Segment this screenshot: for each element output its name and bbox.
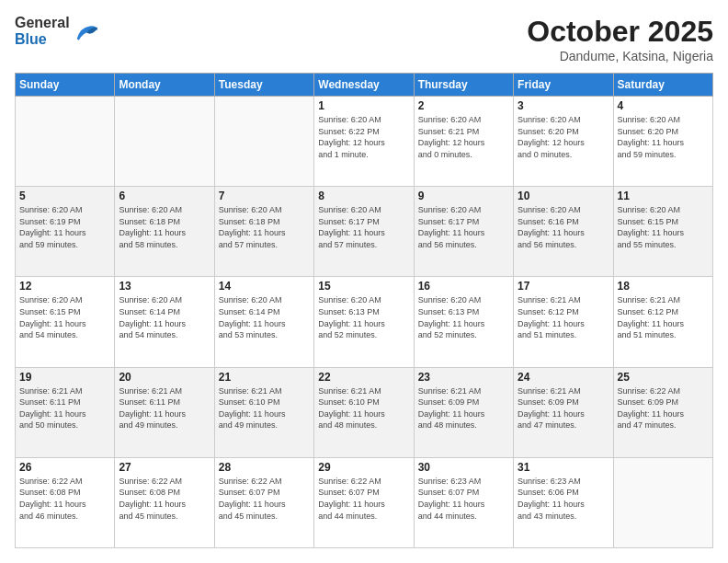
table-row: 11Sunrise: 6:20 AMSunset: 6:15 PMDayligh… (613, 187, 712, 277)
title-section: October 2025 Dandume, Katsina, Nigeria (527, 15, 713, 63)
day-number: 21 (219, 371, 310, 384)
day-info: Sunrise: 6:22 AMSunset: 6:08 PMDaylight:… (119, 476, 210, 522)
day-number: 13 (119, 280, 210, 293)
header-monday: Monday (115, 74, 214, 97)
day-info: Sunrise: 6:20 AMSunset: 6:14 PMDaylight:… (219, 294, 310, 340)
table-row: 5Sunrise: 6:20 AMSunset: 6:19 PMDaylight… (16, 187, 115, 277)
header-wednesday: Wednesday (314, 74, 414, 97)
calendar-week-row: 19Sunrise: 6:21 AMSunset: 6:11 PMDayligh… (16, 367, 713, 457)
table-row: 10Sunrise: 6:20 AMSunset: 6:16 PMDayligh… (514, 187, 613, 277)
day-number: 4 (618, 99, 709, 112)
table-row: 30Sunrise: 6:23 AMSunset: 6:07 PMDayligh… (414, 457, 513, 547)
day-number: 2 (418, 99, 509, 112)
day-info: Sunrise: 6:20 AMSunset: 6:17 PMDaylight:… (418, 204, 509, 250)
day-number: 16 (418, 280, 509, 293)
day-number: 15 (318, 280, 409, 293)
header-sunday: Sunday (16, 74, 115, 97)
day-number: 14 (219, 280, 310, 293)
day-number: 27 (119, 461, 210, 474)
day-info: Sunrise: 6:20 AMSunset: 6:15 PMDaylight:… (618, 204, 709, 250)
table-row: 18Sunrise: 6:21 AMSunset: 6:12 PMDayligh… (613, 277, 712, 367)
table-row: 3Sunrise: 6:20 AMSunset: 6:20 PMDaylight… (514, 97, 613, 187)
day-info: Sunrise: 6:20 AMSunset: 6:16 PMDaylight:… (518, 204, 609, 250)
header-saturday: Saturday (613, 74, 712, 97)
table-row: 28Sunrise: 6:22 AMSunset: 6:07 PMDayligh… (214, 457, 313, 547)
day-number: 17 (518, 280, 609, 293)
day-number: 10 (518, 190, 609, 202)
table-row: 23Sunrise: 6:21 AMSunset: 6:09 PMDayligh… (414, 367, 513, 457)
table-row: 27Sunrise: 6:22 AMSunset: 6:08 PMDayligh… (115, 457, 214, 547)
calendar-week-row: 5Sunrise: 6:20 AMSunset: 6:19 PMDaylight… (16, 187, 713, 277)
day-number: 30 (418, 461, 509, 474)
table-row: 22Sunrise: 6:21 AMSunset: 6:10 PMDayligh… (314, 367, 414, 457)
table-row: 12Sunrise: 6:20 AMSunset: 6:15 PMDayligh… (16, 277, 115, 367)
day-info: Sunrise: 6:21 AMSunset: 6:12 PMDaylight:… (518, 294, 609, 340)
day-number: 1 (318, 99, 409, 112)
table-row: 7Sunrise: 6:20 AMSunset: 6:18 PMDaylight… (214, 187, 313, 277)
day-info: Sunrise: 6:20 AMSunset: 6:18 PMDaylight:… (119, 204, 210, 250)
day-number: 12 (19, 280, 110, 293)
day-info: Sunrise: 6:21 AMSunset: 6:11 PMDaylight:… (19, 385, 110, 431)
table-row: 13Sunrise: 6:20 AMSunset: 6:14 PMDayligh… (115, 277, 214, 367)
day-number: 11 (618, 190, 709, 202)
table-row: 8Sunrise: 6:20 AMSunset: 6:17 PMDaylight… (314, 187, 414, 277)
logo-blue: Blue (15, 31, 70, 48)
month-title: October 2025 (527, 15, 713, 49)
day-info: Sunrise: 6:20 AMSunset: 6:13 PMDaylight:… (418, 294, 509, 340)
table-row: 2Sunrise: 6:20 AMSunset: 6:21 PMDaylight… (414, 97, 513, 187)
day-info: Sunrise: 6:20 AMSunset: 6:13 PMDaylight:… (318, 294, 409, 340)
calendar-week-row: 1Sunrise: 6:20 AMSunset: 6:22 PMDaylight… (16, 97, 713, 187)
table-row: 14Sunrise: 6:20 AMSunset: 6:14 PMDayligh… (214, 277, 313, 367)
day-info: Sunrise: 6:23 AMSunset: 6:07 PMDaylight:… (418, 476, 509, 522)
table-row (16, 97, 115, 187)
day-number: 31 (518, 461, 609, 474)
table-row: 26Sunrise: 6:22 AMSunset: 6:08 PMDayligh… (16, 457, 115, 547)
calendar-week-row: 12Sunrise: 6:20 AMSunset: 6:15 PMDayligh… (16, 277, 713, 367)
day-info: Sunrise: 6:20 AMSunset: 6:18 PMDaylight:… (219, 204, 310, 250)
calendar-week-row: 26Sunrise: 6:22 AMSunset: 6:08 PMDayligh… (16, 457, 713, 547)
day-number: 22 (318, 371, 409, 384)
day-info: Sunrise: 6:20 AMSunset: 6:20 PMDaylight:… (518, 114, 609, 160)
day-info: Sunrise: 6:22 AMSunset: 6:08 PMDaylight:… (19, 476, 110, 522)
day-info: Sunrise: 6:20 AMSunset: 6:15 PMDaylight:… (19, 294, 110, 340)
day-info: Sunrise: 6:20 AMSunset: 6:20 PMDaylight:… (618, 114, 709, 160)
table-row: 15Sunrise: 6:20 AMSunset: 6:13 PMDayligh… (314, 277, 414, 367)
day-number: 7 (219, 190, 310, 202)
logo: General Blue (15, 15, 99, 48)
day-info: Sunrise: 6:20 AMSunset: 6:21 PMDaylight:… (418, 114, 509, 160)
day-number: 24 (518, 371, 609, 384)
day-info: Sunrise: 6:23 AMSunset: 6:06 PMDaylight:… (518, 476, 609, 522)
table-row: 21Sunrise: 6:21 AMSunset: 6:10 PMDayligh… (214, 367, 313, 457)
table-row: 25Sunrise: 6:22 AMSunset: 6:09 PMDayligh… (613, 367, 712, 457)
day-number: 8 (318, 190, 409, 202)
calendar-table: Sunday Monday Tuesday Wednesday Thursday… (15, 73, 713, 548)
subtitle: Dandume, Katsina, Nigeria (527, 49, 713, 63)
table-row: 4Sunrise: 6:20 AMSunset: 6:20 PMDaylight… (613, 97, 712, 187)
day-info: Sunrise: 6:20 AMSunset: 6:19 PMDaylight:… (19, 204, 110, 250)
day-number: 9 (418, 190, 509, 202)
page: General Blue October 2025 Dandume, Katsi… (0, 0, 728, 563)
day-number: 29 (318, 461, 409, 474)
logo-bird-icon (74, 21, 99, 41)
day-info: Sunrise: 6:20 AMSunset: 6:17 PMDaylight:… (318, 204, 409, 250)
logo-general: General (15, 15, 70, 31)
header-friday: Friday (514, 74, 613, 97)
day-info: Sunrise: 6:21 AMSunset: 6:11 PMDaylight:… (119, 385, 210, 431)
calendar-header-row: Sunday Monday Tuesday Wednesday Thursday… (16, 74, 713, 97)
table-row: 1Sunrise: 6:20 AMSunset: 6:22 PMDaylight… (314, 97, 414, 187)
day-number: 25 (618, 371, 709, 384)
day-info: Sunrise: 6:22 AMSunset: 6:09 PMDaylight:… (618, 385, 709, 431)
table-row: 29Sunrise: 6:22 AMSunset: 6:07 PMDayligh… (314, 457, 414, 547)
table-row (115, 97, 214, 187)
day-info: Sunrise: 6:21 AMSunset: 6:10 PMDaylight:… (219, 385, 310, 431)
day-info: Sunrise: 6:21 AMSunset: 6:09 PMDaylight:… (418, 385, 509, 431)
header-thursday: Thursday (414, 74, 513, 97)
day-info: Sunrise: 6:22 AMSunset: 6:07 PMDaylight:… (219, 476, 310, 522)
day-info: Sunrise: 6:22 AMSunset: 6:07 PMDaylight:… (318, 476, 409, 522)
day-number: 28 (219, 461, 310, 474)
day-number: 20 (119, 371, 210, 384)
day-number: 19 (19, 371, 110, 384)
table-row: 24Sunrise: 6:21 AMSunset: 6:09 PMDayligh… (514, 367, 613, 457)
day-number: 23 (418, 371, 509, 384)
day-info: Sunrise: 6:21 AMSunset: 6:10 PMDaylight:… (318, 385, 409, 431)
